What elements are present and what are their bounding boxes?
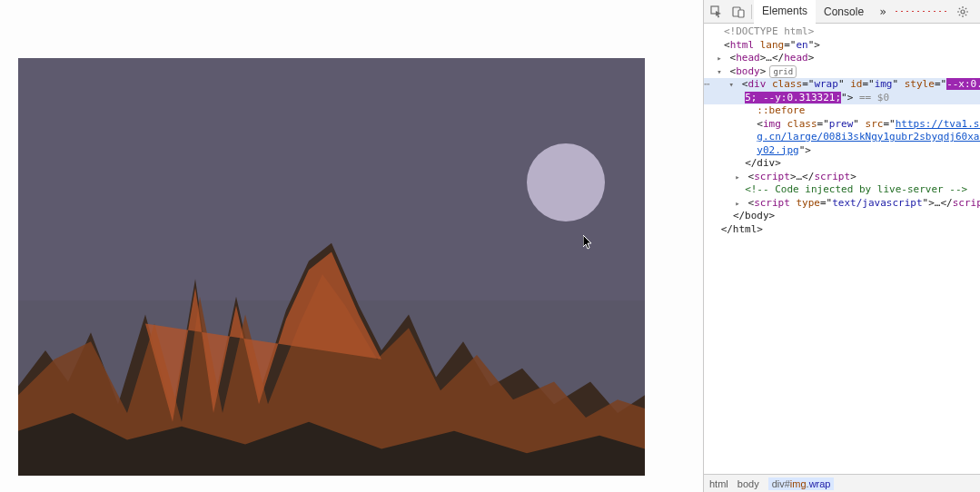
svg-rect-2 [738, 10, 744, 17]
dom-line-html[interactable]: <html lang="en"> [704, 39, 980, 53]
devtools-toolbar: Elements Console » [704, 0, 980, 24]
dom-line-before[interactable]: ::before [704, 104, 980, 118]
spotlight-circle [527, 143, 605, 221]
elements-tree[interactable]: <!DOCTYPE html> <html lang="en"> ▸ <head… [704, 24, 980, 474]
dom-line-comment[interactable]: <!-- Code injected by live-server --> [704, 183, 980, 197]
dom-line-img3[interactable]: y02.jpg"> [704, 144, 980, 158]
dom-line-body[interactable]: ▾ <body>grid [704, 65, 980, 79]
dom-line-img[interactable]: <img class="prew" src="https://tva1.sina… [704, 118, 980, 132]
dom-line-head[interactable]: ▸ <head>…</head> [704, 52, 980, 65]
device-toggle-icon[interactable] [728, 1, 749, 23]
breadcrumb-selected[interactable]: div#img.wrap [768, 477, 835, 490]
dom-line-script1[interactable]: ▸ <script>…</script> [704, 171, 980, 184]
dom-line-doctype[interactable]: <!DOCTYPE html> [704, 25, 980, 39]
tab-console[interactable]: Console [816, 0, 872, 24]
gear-icon[interactable] [952, 1, 974, 23]
breadcrumb-body[interactable]: body [737, 478, 759, 489]
inspect-icon[interactable] [706, 1, 728, 23]
dom-line-wrap-cont[interactable]: 5; --y:0.313321;"> == $0 [704, 92, 980, 105]
kebab-icon[interactable] [974, 1, 980, 23]
dom-line-wrap[interactable]: ⋯ ▾ <div class="wrap" id="img" style="--… [704, 78, 980, 92]
page-viewport[interactable] [0, 0, 703, 492]
more-tabs-icon[interactable]: » [872, 1, 894, 23]
tab-elements[interactable]: Elements [754, 0, 816, 24]
separator [751, 5, 752, 19]
breadcrumb-html[interactable]: html [709, 478, 728, 489]
svg-point-3 [961, 10, 965, 14]
dom-line-divclose[interactable]: </div> [704, 157, 980, 171]
breadcrumb[interactable]: html body div#img.wrap [704, 474, 980, 492]
dom-line-img2[interactable]: g.cn/large/008i3skNgy1gubr2sbyqdj60xa0m6… [704, 131, 980, 144]
dom-line-htmlclose[interactable]: </html> [704, 223, 980, 237]
devtools-panel: Elements Console » <!DOCTYPE html> <html… [703, 0, 980, 492]
mountains-region [18, 225, 645, 476]
demo-image[interactable] [18, 58, 645, 476]
dom-line-bodyclose[interactable]: </body> [704, 210, 980, 223]
warning-indicator[interactable] [894, 10, 948, 13]
dom-line-script2[interactable]: ▸ <script type="text/javascript">…</scri… [704, 197, 980, 211]
